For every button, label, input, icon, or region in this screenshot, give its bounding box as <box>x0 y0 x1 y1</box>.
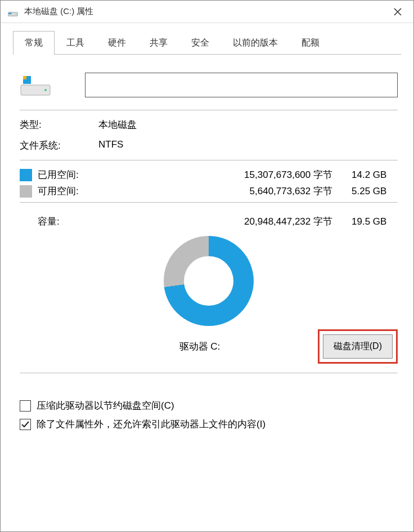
index-checkbox[interactable] <box>20 419 31 430</box>
used-swatch-icon <box>20 169 32 181</box>
free-space-gb: 5.25 GB <box>341 186 398 197</box>
compress-checkbox[interactable] <box>20 400 31 412</box>
used-space-bytes: 15,307,673,600 字节 <box>105 168 341 181</box>
tab-content: 类型: 本地磁盘 文件系统: NTFS 已用空间: 15,307,673,600… <box>1 55 413 446</box>
title-bar: 本地磁盘 (C:) 属性 <box>1 1 413 23</box>
free-space-label: 可用空间: <box>38 185 105 198</box>
filesystem-value: NTFS <box>98 139 398 152</box>
tab-hardware[interactable]: 硬件 <box>96 31 138 55</box>
free-space-bytes: 5,640,773,632 字节 <box>105 185 341 198</box>
filesystem-label: 文件系统: <box>20 139 98 152</box>
svg-point-2 <box>16 14 17 15</box>
separator <box>20 202 398 203</box>
capacity-gb: 19.5 GB <box>341 216 398 227</box>
capacity-bytes: 20,948,447,232 字节 <box>105 215 341 228</box>
compress-checkbox-row[interactable]: 压缩此驱动器以节约磁盘空间(C) <box>20 399 398 412</box>
drive-letter-label: 驱动器 C: <box>20 340 318 353</box>
tab-strip: 常规 工具 硬件 共享 安全 以前的版本 配额 <box>1 23 413 55</box>
window-title: 本地磁盘 (C:) 属性 <box>24 6 385 17</box>
separator <box>20 373 398 373</box>
checkmark-icon <box>21 420 30 429</box>
disk-cleanup-button[interactable]: 磁盘清理(D) <box>323 334 393 359</box>
drive-name-input[interactable] <box>85 73 398 97</box>
close-button[interactable] <box>385 2 410 22</box>
capacity-label: 容量: <box>38 215 105 228</box>
tab-previous[interactable]: 以前的版本 <box>221 31 290 55</box>
tab-sharing[interactable]: 共享 <box>138 31 179 55</box>
tab-tools[interactable]: 工具 <box>55 31 96 55</box>
svg-rect-5 <box>23 76 26 79</box>
free-swatch-icon <box>20 185 32 198</box>
tab-general[interactable]: 常规 <box>13 31 55 55</box>
disk-cleanup-highlight: 磁盘清理(D) <box>318 329 398 364</box>
properties-window: 本地磁盘 (C:) 属性 常规 工具 硬件 共享 安全 以前的版本 配额 类型:… <box>0 0 414 532</box>
capacity-row: 容量: 20,948,447,232 字节 19.5 GB <box>20 215 398 228</box>
drive-icon <box>7 6 19 17</box>
used-space-label: 已用空间: <box>38 168 105 181</box>
svg-point-6 <box>44 89 47 91</box>
type-label: 类型: <box>20 118 98 131</box>
compress-label: 压缩此驱动器以节约磁盘空间(C) <box>37 399 174 412</box>
drive-large-icon <box>20 73 51 97</box>
used-space-gb: 14.2 GB <box>341 169 398 181</box>
close-icon <box>394 8 402 16</box>
separator <box>20 110 398 110</box>
tab-quota[interactable]: 配额 <box>290 31 331 55</box>
separator <box>20 160 398 160</box>
usage-pie-chart <box>164 236 254 326</box>
type-value: 本地磁盘 <box>98 118 398 131</box>
index-label: 除了文件属性外，还允许索引此驱动器上文件的内容(I) <box>37 418 266 431</box>
free-space-row: 可用空间: 5,640,773,632 字节 5.25 GB <box>20 185 398 198</box>
tab-security[interactable]: 安全 <box>179 31 221 55</box>
used-space-row: 已用空间: 15,307,673,600 字节 14.2 GB <box>20 168 398 181</box>
svg-rect-1 <box>9 12 12 14</box>
index-checkbox-row[interactable]: 除了文件属性外，还允许索引此驱动器上文件的内容(I) <box>20 418 398 431</box>
